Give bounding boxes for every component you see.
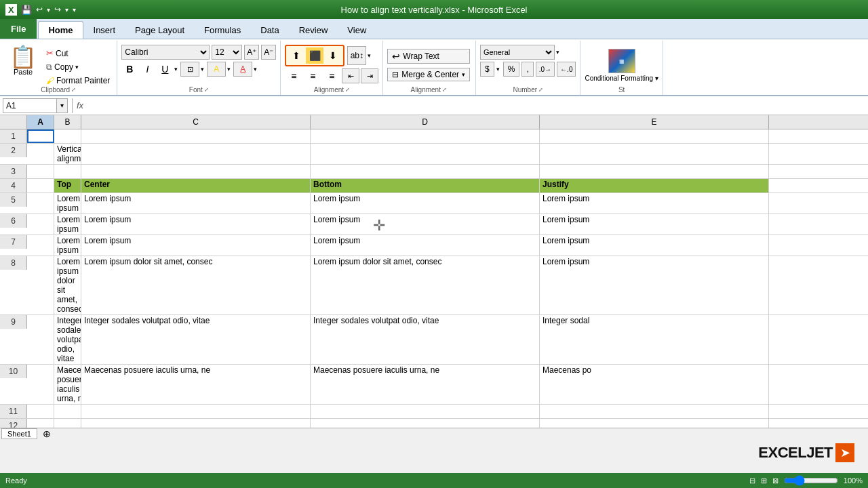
- cell[interactable]: [311, 165, 540, 178]
- cell[interactable]: Integer sodales volutpat odio, vitae: [54, 315, 81, 364]
- increase-decimal-button[interactable]: .0→: [536, 62, 555, 77]
- add-sheet-button[interactable]: ⊕: [40, 428, 54, 439]
- page-layout-view-icon[interactable]: ⊞: [761, 476, 767, 485]
- cell[interactable]: Lorem ipsum: [311, 235, 540, 256]
- cell[interactable]: Lorem ipsum dolor sit amet, consec: [81, 256, 311, 314]
- col-header-e[interactable]: E: [540, 115, 769, 129]
- redo-icon[interactable]: ↪: [54, 5, 61, 14]
- cut-button[interactable]: ✂ Cut: [45, 47, 111, 59]
- increase-font-button[interactable]: A⁺: [244, 45, 259, 60]
- align-top-button[interactable]: ⬆: [288, 47, 305, 64]
- cell[interactable]: Lorem ipsum: [81, 193, 311, 214]
- cell[interactable]: [27, 129, 54, 143]
- cell[interactable]: [54, 165, 81, 178]
- normal-view-icon[interactable]: ⊟: [749, 476, 755, 485]
- copy-dropdown-arrow[interactable]: ▾: [75, 64, 79, 70]
- cell[interactable]: [27, 179, 54, 192]
- decrease-decimal-button[interactable]: ←.0: [557, 62, 576, 77]
- cell[interactable]: Integer sodales volutpat odio, vitae: [311, 315, 540, 364]
- undo-dropdown[interactable]: ▾: [47, 6, 50, 14]
- cell[interactable]: [311, 129, 540, 143]
- row-number[interactable]: 5: [0, 193, 27, 207]
- cell[interactable]: Lorem ipsum: [540, 214, 769, 235]
- font-color-button[interactable]: A: [233, 62, 252, 77]
- page-break-view-icon[interactable]: ⊠: [772, 476, 778, 485]
- redo-dropdown[interactable]: ▾: [65, 6, 68, 14]
- cell[interactable]: Lorem ipsum: [81, 214, 311, 235]
- file-tab[interactable]: File: [0, 18, 37, 39]
- comma-button[interactable]: ,: [521, 62, 533, 77]
- cell[interactable]: Lorem ipsum: [540, 256, 769, 314]
- cell[interactable]: Lorem ipsum: [54, 193, 81, 214]
- cell[interactable]: [27, 365, 54, 404]
- clipboard-expand-icon[interactable]: ⤢: [71, 87, 76, 93]
- col-header-b[interactable]: B: [54, 115, 81, 129]
- cell[interactable]: [81, 419, 311, 428]
- increase-indent-button[interactable]: ⇥: [361, 68, 378, 83]
- cell[interactable]: Lorem ipsum: [81, 235, 311, 256]
- cell[interactable]: [54, 419, 81, 428]
- number-expand-icon[interactable]: ⤢: [538, 87, 543, 93]
- cell[interactable]: [540, 165, 769, 178]
- col-header-a[interactable]: A: [27, 115, 54, 129]
- cell[interactable]: [27, 214, 54, 235]
- currency-dropdown[interactable]: ▾: [496, 66, 500, 73]
- cell[interactable]: Vertical alignment: [54, 144, 81, 164]
- name-box-dropdown-arrow[interactable]: ▾: [57, 98, 68, 113]
- font-expand-icon[interactable]: ⤢: [204, 87, 209, 93]
- underline-dropdown[interactable]: ▾: [174, 66, 178, 73]
- quick-save-icon[interactable]: 💾: [21, 5, 32, 15]
- col-header-d[interactable]: D: [311, 115, 540, 129]
- cell[interactable]: [540, 144, 769, 164]
- row-number[interactable]: 2: [0, 144, 27, 157]
- format-painter-button[interactable]: 🖌 Format Painter: [45, 75, 111, 86]
- cell[interactable]: [311, 405, 540, 418]
- merge-center-button[interactable]: ⊟ Merge & Center ▾: [387, 68, 470, 81]
- number-format-dropdown[interactable]: ▾: [556, 49, 559, 56]
- tab-page-layout[interactable]: Page Layout: [125, 21, 194, 39]
- cell[interactable]: [54, 405, 81, 418]
- currency-button[interactable]: $: [480, 62, 494, 77]
- cell[interactable]: Maecenas posuere iaculis urna, ne: [81, 365, 311, 404]
- cell[interactable]: Maecenas posuere iaculis urna, ne: [311, 365, 540, 404]
- row-number[interactable]: 3: [0, 165, 27, 178]
- cell[interactable]: Lorem ipsum: [311, 193, 540, 214]
- customize-qa[interactable]: ▾: [73, 6, 76, 14]
- cell[interactable]: [27, 315, 54, 364]
- row-number[interactable]: 11: [0, 405, 27, 418]
- font-selector[interactable]: Calibri: [121, 45, 210, 60]
- cell[interactable]: [81, 129, 311, 143]
- merge-dropdown[interactable]: ▾: [462, 71, 465, 78]
- cell[interactable]: Lorem ipsum: [311, 214, 540, 235]
- cell[interactable]: [540, 129, 769, 143]
- cell[interactable]: [27, 256, 54, 314]
- underline-button[interactable]: U: [157, 62, 173, 77]
- cell[interactable]: Maecenas po: [540, 365, 769, 404]
- font-size-selector[interactable]: 12: [212, 45, 242, 60]
- cell[interactable]: [81, 165, 311, 178]
- cell[interactable]: [27, 405, 54, 418]
- cell[interactable]: Top: [54, 179, 81, 192]
- cell[interactable]: Lorem ipsum: [54, 214, 81, 235]
- orientation-button[interactable]: ab↕: [347, 46, 366, 65]
- tab-data[interactable]: Data: [251, 21, 288, 39]
- cell[interactable]: [540, 405, 769, 418]
- tab-home[interactable]: Home: [38, 21, 83, 39]
- align-bottom-button[interactable]: ⬇: [324, 47, 342, 64]
- percent-button[interactable]: %: [503, 62, 520, 77]
- bold-button[interactable]: B: [121, 62, 138, 77]
- cell[interactable]: [540, 419, 769, 428]
- align-right-button[interactable]: ≡: [323, 68, 340, 83]
- cell[interactable]: Center: [81, 179, 311, 192]
- cell[interactable]: [27, 419, 54, 428]
- wrap-text-button[interactable]: ↩ Wrap Text: [387, 49, 470, 64]
- cell[interactable]: Lorem ipsum: [540, 193, 769, 214]
- row-number[interactable]: 12: [0, 419, 27, 428]
- border-dropdown[interactable]: ▾: [201, 66, 204, 73]
- cell[interactable]: Lorem ipsum: [54, 235, 81, 256]
- cell[interactable]: [27, 235, 54, 256]
- undo-icon[interactable]: ↩: [36, 5, 43, 14]
- row-number[interactable]: 9: [0, 315, 27, 329]
- decrease-indent-button[interactable]: ⇤: [342, 68, 359, 83]
- alignment-expand-icon[interactable]: ⤢: [345, 87, 350, 93]
